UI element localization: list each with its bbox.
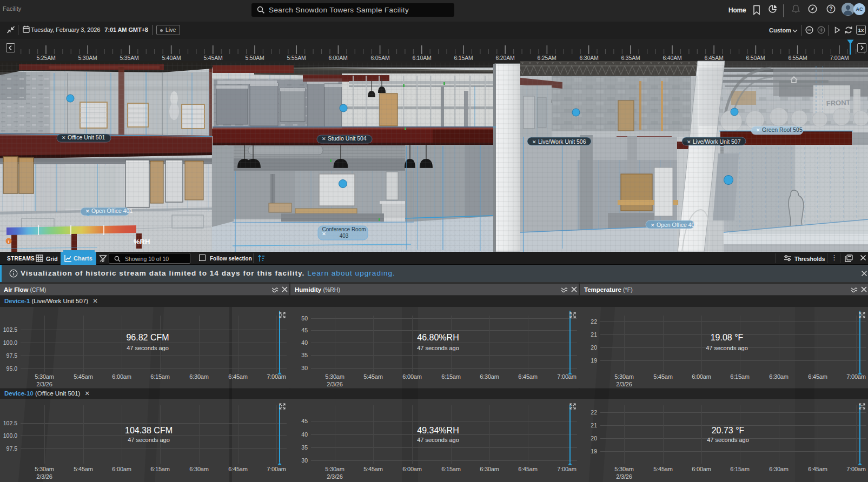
svg-text:✕: ✕ bbox=[322, 136, 326, 142]
svg-text:403: 403 bbox=[340, 233, 349, 239]
svg-text:Office Unit 501: Office Unit 501 bbox=[68, 134, 105, 140]
svg-text:✕: ✕ bbox=[85, 209, 90, 214]
svg-text:i: i bbox=[8, 239, 9, 244]
svg-text:Conference Room: Conference Room bbox=[322, 226, 366, 232]
svg-text:✕: ✕ bbox=[756, 128, 760, 133]
svg-text:✕: ✕ bbox=[62, 135, 66, 140]
svg-text:?: ? bbox=[829, 6, 832, 12]
svg-text:Open Office 407: Open Office 407 bbox=[657, 222, 698, 228]
svg-text:✕: ✕ bbox=[532, 139, 536, 145]
svg-text:Live/Work Unit 507: Live/Work Unit 507 bbox=[693, 138, 741, 145]
svg-text:Studio Unit 504: Studio Unit 504 bbox=[328, 135, 367, 142]
svg-text:✕: ✕ bbox=[651, 223, 655, 228]
svg-text:✕: ✕ bbox=[687, 139, 691, 145]
svg-text:%RH: %RH bbox=[134, 238, 150, 246]
svg-text:Open Office 401: Open Office 401 bbox=[91, 207, 132, 214]
svg-text:Green Roof 505: Green Roof 505 bbox=[762, 126, 803, 133]
svg-text:Live/Work Unit 506: Live/Work Unit 506 bbox=[538, 138, 586, 145]
